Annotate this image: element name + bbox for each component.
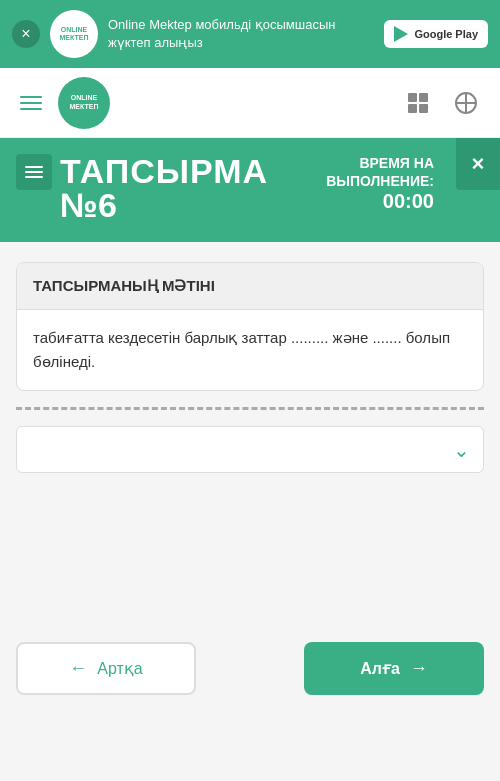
task-menu-button[interactable] (16, 154, 52, 190)
language-button[interactable] (448, 85, 484, 121)
task-card: ТАПСЫРМАНЫҢ МӘТІНІ табиғатта кездесетін … (16, 262, 484, 391)
arrow-right-icon: → (410, 658, 428, 679)
hamburger-menu-button[interactable] (16, 92, 46, 114)
google-play-button[interactable]: Google Play (384, 20, 488, 48)
forward-label: Алға (360, 659, 400, 678)
banner-close-button[interactable]: × (12, 20, 40, 48)
bottom-nav: ← Артқа Алға → (0, 622, 500, 719)
dotted-separator (16, 407, 484, 410)
timer-value: 00:00 (326, 190, 434, 213)
task-header: ТАПСЫРМА №6 ВРЕМЯ НА ВЫПОЛНЕНИЕ: 00:00 × (0, 138, 500, 242)
task-card-text: табиғатта кездесетін барлық заттар .....… (33, 326, 467, 374)
grid-view-button[interactable] (400, 85, 436, 121)
navbar: ONLINE МЕКТЕП (0, 68, 500, 138)
task-close-button[interactable]: × (456, 138, 500, 190)
grid-icon (408, 93, 428, 113)
task-card-title: ТАПСЫРМАНЫҢ МӘТІНІ (33, 277, 215, 294)
gplay-label: Google Play (414, 28, 478, 40)
back-button[interactable]: ← Артқа (16, 642, 196, 695)
answer-dropdown[interactable] (16, 426, 484, 473)
arrow-left-icon: ← (69, 658, 87, 679)
banner-logo: ONLINE МЕКТЕП (50, 10, 98, 58)
close-icon: × (472, 151, 485, 177)
timer-label: ВРЕМЯ НА ВЫПОЛНЕНИЕ: (326, 154, 434, 190)
task-title-sub: №6 (60, 188, 268, 222)
back-label: Артқа (97, 659, 142, 678)
banner-text: Online Mektep мобильді қосымшасын жүктеп… (108, 16, 374, 52)
play-icon (394, 26, 408, 42)
answer-dropdown-wrapper: ⌄ (16, 426, 484, 473)
task-card-body: табиғатта кездесетін барлық заттар .....… (17, 310, 483, 390)
forward-button[interactable]: Алға → (304, 642, 484, 695)
banner: × ONLINE МЕКТЕП Online Mektep мобильді қ… (0, 0, 500, 68)
nav-logo: ONLINE МЕКТЕП (58, 77, 110, 129)
main-content: ТАПСЫРМАНЫҢ МӘТІНІ табиғатта кездесетін … (0, 242, 500, 622)
task-title-main: ТАПСЫРМА (60, 154, 268, 188)
globe-icon (455, 92, 477, 114)
task-card-header: ТАПСЫРМАНЫҢ МӘТІНІ (17, 263, 483, 310)
